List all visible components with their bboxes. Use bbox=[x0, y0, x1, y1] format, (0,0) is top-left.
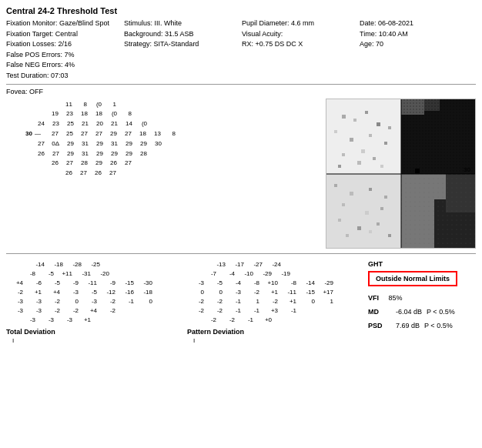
pd-val: 0 bbox=[298, 297, 315, 306]
svg-rect-15 bbox=[388, 126, 391, 129]
pd-val: -1 bbox=[224, 297, 241, 306]
false-pos-errors: False POS Errors: 7% bbox=[6, 50, 122, 60]
td-val: -31 bbox=[74, 269, 91, 279]
num-val: 8 bbox=[119, 109, 132, 119]
age: Age: 70 bbox=[360, 39, 476, 49]
num-val: (0 bbox=[105, 109, 117, 119]
td-val: 0 bbox=[136, 297, 152, 306]
num-val: 31 bbox=[105, 139, 118, 149]
num-val: 27 bbox=[90, 129, 102, 139]
num-val: 25 bbox=[62, 119, 74, 129]
ght-label: GHT bbox=[368, 260, 383, 268]
num-val: 30 bbox=[149, 139, 162, 149]
pd-val: +10 bbox=[261, 279, 278, 288]
pd-val: +1 bbox=[261, 288, 278, 297]
td-val: -18 bbox=[136, 288, 152, 297]
visual-acuity: Visual Acuity: bbox=[242, 29, 358, 39]
fixation-target: Fixation Target: Central bbox=[6, 29, 122, 39]
td-val: -5 bbox=[43, 279, 60, 288]
td-val: -3 bbox=[25, 297, 42, 306]
row-label-30: 30 bbox=[14, 129, 32, 139]
num-val: 26 bbox=[60, 169, 72, 179]
td-val: -2 bbox=[62, 306, 79, 316]
td-val: +1 bbox=[25, 288, 42, 297]
pd-val: -29 bbox=[255, 269, 272, 279]
svg-rect-11 bbox=[334, 130, 337, 133]
num-val: 27 bbox=[104, 169, 116, 179]
stimulus: Stimulus: III. White bbox=[124, 18, 240, 28]
num-val: 27 bbox=[119, 159, 132, 169]
strategy: Strategy: SITA-Standard bbox=[124, 39, 240, 49]
svg-rect-29 bbox=[380, 207, 383, 210]
header-col-4: Date: 06-08-2021 Time: 10:40 AM Age: 70 bbox=[360, 18, 476, 81]
pd-val: -2 bbox=[243, 288, 259, 297]
pd-val: -1 bbox=[279, 306, 296, 316]
td-val: -2 bbox=[99, 297, 115, 306]
test-duration: Test Duration: 07:03 bbox=[6, 71, 122, 81]
num-val: 28 bbox=[75, 159, 88, 169]
td-val: -30 bbox=[136, 279, 152, 288]
num-val: 28 bbox=[135, 149, 147, 159]
td-val: -18 bbox=[46, 260, 63, 269]
svg-rect-43 bbox=[401, 174, 476, 249]
pd-val: +0 bbox=[255, 316, 272, 325]
td-val: -1 bbox=[117, 297, 134, 306]
md-pvalue: P < 0.5% bbox=[427, 308, 455, 316]
pd-val: -2 bbox=[206, 297, 223, 306]
divider-1 bbox=[6, 84, 476, 85]
psd-value: 7.69 dB bbox=[396, 322, 420, 329]
svg-rect-30 bbox=[338, 219, 341, 222]
td-val: -2 bbox=[43, 306, 60, 316]
td-val: -3 bbox=[18, 316, 35, 325]
fixation-monitor: Fixation Monitor: Gaze/Blind Spot bbox=[6, 18, 122, 28]
num-val: 29 bbox=[90, 159, 102, 169]
td-val: -28 bbox=[65, 260, 82, 269]
vfi-value: 85% bbox=[389, 294, 403, 302]
td-val: -3 bbox=[62, 288, 79, 297]
svg-rect-19 bbox=[338, 165, 341, 168]
num-val: 21 bbox=[105, 119, 118, 129]
pd-val: -15 bbox=[298, 288, 315, 297]
num-val: 0Δ bbox=[47, 139, 59, 149]
num-val: 13 bbox=[149, 129, 161, 139]
svg-rect-24 bbox=[350, 192, 353, 196]
svg-rect-35 bbox=[388, 234, 391, 237]
divider-2 bbox=[6, 253, 476, 254]
num-val: 14 bbox=[120, 119, 132, 129]
bottom-section: -14-18-28-25 -8-5+11-31-20 +4-6-5-9-11-9… bbox=[6, 260, 476, 344]
svg-rect-31 bbox=[357, 226, 361, 230]
num-val: (0 bbox=[89, 100, 102, 110]
pd-val: +17 bbox=[316, 288, 333, 297]
pd-val: -10 bbox=[236, 269, 253, 279]
num-val: 29 bbox=[120, 139, 132, 149]
svg-rect-18 bbox=[373, 157, 376, 160]
svg-rect-13 bbox=[369, 134, 372, 137]
svg-rect-22 bbox=[326, 174, 401, 249]
svg-rect-16 bbox=[361, 149, 365, 153]
pd-val: -17 bbox=[227, 260, 244, 269]
total-deviation-panel: -14-18-28-25 -8-5+11-31-20 +4-6-5-9-11-9… bbox=[6, 260, 181, 344]
pd-val: -24 bbox=[264, 260, 281, 269]
psd-label: PSD bbox=[368, 322, 391, 329]
td-val: -3 bbox=[80, 297, 97, 306]
pattern-deviation-title: Pattern Deviation bbox=[187, 328, 362, 336]
num-val: 18 bbox=[134, 129, 146, 139]
td-val: -3 bbox=[55, 316, 72, 325]
pd-val: -11 bbox=[279, 288, 296, 297]
svg-rect-28 bbox=[365, 211, 369, 215]
td-val: -14 bbox=[28, 260, 45, 269]
svg-rect-32 bbox=[377, 222, 380, 226]
pd-val: 0 bbox=[206, 288, 223, 297]
svg-rect-27 bbox=[342, 203, 345, 206]
num-val: 29 bbox=[105, 149, 118, 159]
threshold-numbers-panel: 11 8 (0 1 19 23 18 18 (0 8 24 23 25 21 2… bbox=[6, 100, 320, 179]
num-val: 26 bbox=[32, 149, 45, 159]
vfi-line: VFI 85% bbox=[368, 294, 403, 302]
date: Date: 06-08-2021 bbox=[360, 18, 476, 28]
num-val: 27 bbox=[75, 129, 88, 139]
svg-rect-21 bbox=[380, 165, 383, 168]
td-val: -20 bbox=[92, 269, 109, 279]
pd-val: 0 bbox=[187, 288, 204, 297]
pd-val: -13 bbox=[209, 260, 226, 269]
td-val: -3 bbox=[6, 297, 23, 306]
